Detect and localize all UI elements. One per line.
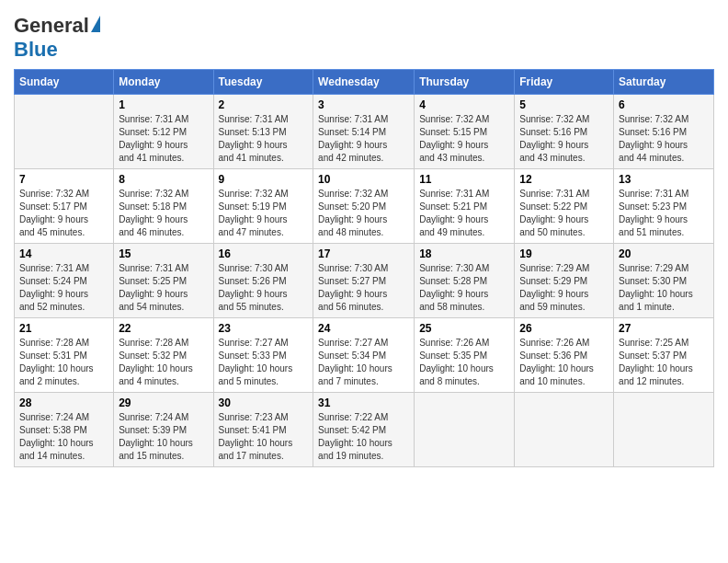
logo-general: General [14, 14, 89, 38]
day-number: 10 [318, 173, 409, 186]
calendar-day-cell: 18Sunrise: 7:30 AM Sunset: 5:28 PM Dayli… [415, 244, 515, 318]
calendar-day-cell [614, 393, 714, 467]
weekday-header-cell: Saturday [614, 70, 714, 95]
calendar-week-row: 28Sunrise: 7:24 AM Sunset: 5:38 PM Dayli… [15, 393, 714, 467]
day-info: Sunrise: 7:28 AM Sunset: 5:32 PM Dayligh… [119, 337, 208, 388]
calendar-day-cell: 5Sunrise: 7:32 AM Sunset: 5:16 PM Daylig… [515, 95, 614, 169]
calendar-day-cell [415, 393, 515, 467]
calendar-day-cell: 12Sunrise: 7:31 AM Sunset: 5:22 PM Dayli… [515, 169, 614, 244]
logo-blue: Blue [14, 38, 58, 61]
weekday-header-cell: Thursday [415, 70, 515, 95]
calendar-week-row: 1Sunrise: 7:31 AM Sunset: 5:12 PM Daylig… [15, 95, 714, 169]
day-info: Sunrise: 7:30 AM Sunset: 5:26 PM Dayligh… [219, 262, 309, 314]
day-number: 8 [119, 173, 208, 186]
day-number: 3 [318, 98, 409, 111]
day-number: 18 [419, 247, 509, 260]
day-number: 14 [19, 247, 108, 260]
weekday-header-cell: Sunday [15, 70, 114, 95]
logo: General Blue [14, 14, 100, 62]
day-info: Sunrise: 7:26 AM Sunset: 5:36 PM Dayligh… [519, 337, 609, 388]
calendar-day-cell: 10Sunrise: 7:32 AM Sunset: 5:20 PM Dayli… [313, 169, 415, 244]
day-number: 5 [519, 98, 609, 111]
day-info: Sunrise: 7:24 AM Sunset: 5:38 PM Dayligh… [19, 411, 108, 463]
calendar-week-row: 14Sunrise: 7:31 AM Sunset: 5:24 PM Dayli… [15, 244, 714, 318]
calendar-week-row: 7Sunrise: 7:32 AM Sunset: 5:17 PM Daylig… [15, 169, 714, 244]
day-info: Sunrise: 7:27 AM Sunset: 5:33 PM Dayligh… [219, 337, 309, 388]
day-info: Sunrise: 7:31 AM Sunset: 5:13 PM Dayligh… [219, 113, 309, 165]
page-header: General Blue [14, 14, 714, 62]
calendar-day-cell: 23Sunrise: 7:27 AM Sunset: 5:33 PM Dayli… [213, 318, 313, 393]
calendar-day-cell: 6Sunrise: 7:32 AM Sunset: 5:16 PM Daylig… [614, 95, 714, 169]
day-info: Sunrise: 7:30 AM Sunset: 5:28 PM Dayligh… [419, 262, 509, 314]
calendar-day-cell: 4Sunrise: 7:32 AM Sunset: 5:15 PM Daylig… [415, 95, 515, 169]
day-number: 21 [19, 322, 108, 335]
day-info: Sunrise: 7:31 AM Sunset: 5:23 PM Dayligh… [619, 188, 709, 239]
day-number: 4 [419, 98, 509, 111]
calendar-day-cell: 20Sunrise: 7:29 AM Sunset: 5:30 PM Dayli… [614, 244, 714, 318]
day-number: 29 [119, 396, 208, 409]
day-number: 12 [519, 173, 609, 186]
calendar-body: 1Sunrise: 7:31 AM Sunset: 5:12 PM Daylig… [15, 95, 714, 467]
day-number: 23 [219, 322, 309, 335]
day-number: 25 [419, 322, 509, 335]
weekday-header-cell: Tuesday [213, 70, 313, 95]
calendar-day-cell: 15Sunrise: 7:31 AM Sunset: 5:25 PM Dayli… [114, 244, 213, 318]
calendar-table: SundayMondayTuesdayWednesdayThursdayFrid… [14, 69, 714, 467]
weekday-header-cell: Wednesday [313, 70, 415, 95]
day-info: Sunrise: 7:26 AM Sunset: 5:35 PM Dayligh… [419, 337, 509, 388]
weekday-header-cell: Monday [114, 70, 213, 95]
day-number: 31 [318, 396, 409, 409]
calendar-day-cell: 21Sunrise: 7:28 AM Sunset: 5:31 PM Dayli… [15, 318, 114, 393]
calendar-day-cell: 26Sunrise: 7:26 AM Sunset: 5:36 PM Dayli… [515, 318, 614, 393]
day-number: 28 [19, 396, 108, 409]
calendar-day-cell: 2Sunrise: 7:31 AM Sunset: 5:13 PM Daylig… [213, 95, 313, 169]
calendar-day-cell: 19Sunrise: 7:29 AM Sunset: 5:29 PM Dayli… [515, 244, 614, 318]
calendar-day-cell: 17Sunrise: 7:30 AM Sunset: 5:27 PM Dayli… [313, 244, 415, 318]
weekday-header-row: SundayMondayTuesdayWednesdayThursdayFrid… [15, 70, 714, 95]
day-info: Sunrise: 7:32 AM Sunset: 5:19 PM Dayligh… [219, 188, 309, 239]
logo-triangle-icon [91, 16, 100, 32]
day-info: Sunrise: 7:30 AM Sunset: 5:27 PM Dayligh… [318, 262, 409, 314]
day-number: 2 [219, 98, 309, 111]
calendar-day-cell: 16Sunrise: 7:30 AM Sunset: 5:26 PM Dayli… [213, 244, 313, 318]
day-number: 9 [219, 173, 309, 186]
calendar-day-cell: 7Sunrise: 7:32 AM Sunset: 5:17 PM Daylig… [15, 169, 114, 244]
calendar-day-cell: 3Sunrise: 7:31 AM Sunset: 5:14 PM Daylig… [313, 95, 415, 169]
day-info: Sunrise: 7:32 AM Sunset: 5:18 PM Dayligh… [119, 188, 208, 239]
calendar-day-cell: 22Sunrise: 7:28 AM Sunset: 5:32 PM Dayli… [114, 318, 213, 393]
day-number: 30 [219, 396, 309, 409]
calendar-day-cell: 29Sunrise: 7:24 AM Sunset: 5:39 PM Dayli… [114, 393, 213, 467]
day-info: Sunrise: 7:31 AM Sunset: 5:25 PM Dayligh… [119, 262, 208, 314]
day-info: Sunrise: 7:32 AM Sunset: 5:16 PM Dayligh… [619, 113, 709, 165]
day-info: Sunrise: 7:31 AM Sunset: 5:12 PM Dayligh… [119, 113, 208, 165]
day-info: Sunrise: 7:28 AM Sunset: 5:31 PM Dayligh… [19, 337, 108, 388]
day-number: 24 [318, 322, 409, 335]
calendar-week-row: 21Sunrise: 7:28 AM Sunset: 5:31 PM Dayli… [15, 318, 714, 393]
day-number: 15 [119, 247, 208, 260]
calendar-day-cell: 9Sunrise: 7:32 AM Sunset: 5:19 PM Daylig… [213, 169, 313, 244]
calendar-day-cell: 14Sunrise: 7:31 AM Sunset: 5:24 PM Dayli… [15, 244, 114, 318]
calendar-day-cell: 8Sunrise: 7:32 AM Sunset: 5:18 PM Daylig… [114, 169, 213, 244]
day-info: Sunrise: 7:24 AM Sunset: 5:39 PM Dayligh… [119, 411, 208, 463]
calendar-day-cell [15, 95, 114, 169]
day-info: Sunrise: 7:27 AM Sunset: 5:34 PM Dayligh… [318, 337, 409, 388]
day-info: Sunrise: 7:31 AM Sunset: 5:22 PM Dayligh… [519, 188, 609, 239]
day-number: 17 [318, 247, 409, 260]
calendar-day-cell: 13Sunrise: 7:31 AM Sunset: 5:23 PM Dayli… [614, 169, 714, 244]
calendar-day-cell: 24Sunrise: 7:27 AM Sunset: 5:34 PM Dayli… [313, 318, 415, 393]
day-info: Sunrise: 7:22 AM Sunset: 5:42 PM Dayligh… [318, 411, 409, 463]
day-number: 20 [619, 247, 709, 260]
calendar-day-cell: 1Sunrise: 7:31 AM Sunset: 5:12 PM Daylig… [114, 95, 213, 169]
day-number: 22 [119, 322, 208, 335]
calendar-day-cell: 25Sunrise: 7:26 AM Sunset: 5:35 PM Dayli… [415, 318, 515, 393]
day-info: Sunrise: 7:29 AM Sunset: 5:29 PM Dayligh… [519, 262, 609, 314]
day-number: 19 [519, 247, 609, 260]
day-number: 13 [619, 173, 709, 186]
day-number: 27 [619, 322, 709, 335]
day-info: Sunrise: 7:32 AM Sunset: 5:20 PM Dayligh… [318, 188, 409, 239]
day-number: 16 [219, 247, 309, 260]
day-number: 6 [619, 98, 709, 111]
calendar-day-cell: 30Sunrise: 7:23 AM Sunset: 5:41 PM Dayli… [213, 393, 313, 467]
day-info: Sunrise: 7:31 AM Sunset: 5:21 PM Dayligh… [419, 188, 509, 239]
calendar-day-cell: 11Sunrise: 7:31 AM Sunset: 5:21 PM Dayli… [415, 169, 515, 244]
